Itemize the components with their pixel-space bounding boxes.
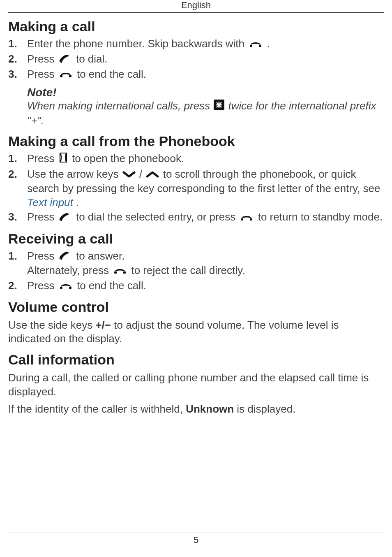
step-text: to dial the selected entry, or press xyxy=(76,211,239,223)
volume-keys: +/− xyxy=(95,319,111,331)
footer: 5 xyxy=(8,532,384,545)
list-item: 3. Press to end the call. xyxy=(8,67,384,82)
end-call-icon xyxy=(58,279,73,293)
note-text-part: When making international calls, press xyxy=(27,100,213,112)
call-icon xyxy=(58,250,72,264)
text-part: is displayed. xyxy=(237,403,295,415)
note-block: Note! When making international calls, p… xyxy=(27,86,384,128)
step-text: / xyxy=(139,168,145,180)
step-number: 2. xyxy=(8,279,27,293)
phonebook-steps: 1. Press to open the phonebook. 2. Use t… xyxy=(8,152,384,225)
svg-rect-1 xyxy=(259,45,261,47)
step-text: . xyxy=(267,37,270,50)
svg-rect-8 xyxy=(123,272,126,274)
step-text: Press xyxy=(27,68,58,80)
svg-rect-3 xyxy=(69,75,71,77)
svg-rect-9 xyxy=(60,287,62,289)
step-text: Press xyxy=(27,211,58,223)
step-text: to open the phonebook. xyxy=(72,152,184,165)
call-icon xyxy=(58,211,72,225)
page-number: 5 xyxy=(8,535,384,545)
heading-volume-control: Volume control xyxy=(8,299,384,315)
step-text: Enter the phone number. Skip backwards w… xyxy=(27,37,247,50)
svg-rect-5 xyxy=(241,218,243,220)
step-text: to end the call. xyxy=(77,279,146,292)
step-text: to answer. xyxy=(76,250,125,262)
svg-rect-7 xyxy=(114,272,117,274)
step-text: to return to standby mode. xyxy=(258,211,383,223)
making-call-steps: 1. Enter the phone number. Skip backward… xyxy=(8,37,384,82)
heading-receiving-call: Receiving a call xyxy=(8,231,384,247)
chevron-up-icon xyxy=(146,168,159,182)
svg-rect-2 xyxy=(60,75,62,77)
text-part: If the identity of the caller is withhel… xyxy=(8,403,186,415)
step-text: Use the arrow keys xyxy=(27,168,122,180)
step-text: Press xyxy=(27,53,58,65)
svg-rect-0 xyxy=(250,45,252,47)
text-input-link[interactable]: Text input xyxy=(27,196,73,209)
chevron-down-icon xyxy=(122,168,136,182)
step-number: 2. xyxy=(8,167,27,181)
unknown-label: Unknown xyxy=(186,403,234,415)
step-text: Press xyxy=(27,250,58,262)
end-call-icon xyxy=(113,264,127,278)
step-text: to end the call. xyxy=(77,68,146,80)
list-item: 2. Press to dial. xyxy=(8,52,384,67)
svg-rect-10 xyxy=(69,287,71,289)
step-number: 3. xyxy=(8,210,27,224)
step-number: 2. xyxy=(8,52,27,66)
step-number: 1. xyxy=(8,37,27,51)
step-number: 3. xyxy=(8,67,27,81)
step-number: 1. xyxy=(8,249,27,263)
callinfo-p2: If the identity of the caller is withhel… xyxy=(8,402,384,416)
callinfo-p1: During a call, the called or calling pho… xyxy=(8,371,384,399)
heading-making-a-call: Making a call xyxy=(8,19,384,35)
footer-rule xyxy=(8,532,384,532)
step-text: Press xyxy=(27,279,58,292)
step-text: . xyxy=(76,196,79,209)
list-item: 1. Enter the phone number. Skip backward… xyxy=(8,37,384,51)
end-call-icon xyxy=(239,211,254,225)
heading-call-information: Call information xyxy=(8,352,384,368)
step-text: to dial. xyxy=(76,53,108,65)
phonebook-icon xyxy=(58,152,68,167)
receiving-steps: 1. Press to answer. Alternately, press t… xyxy=(8,249,384,293)
step-number: 1. xyxy=(8,152,27,166)
note-heading: Note! xyxy=(27,86,384,99)
document-page: English Making a call 1. Enter the phone… xyxy=(0,0,392,557)
heading-phonebook-call: Making a call from the Phonebook xyxy=(8,133,384,149)
svg-rect-6 xyxy=(250,218,252,220)
note-text: When making international calls, press t… xyxy=(27,99,384,128)
list-item: 3. Press to dial the selected entry, or … xyxy=(8,210,384,225)
call-icon xyxy=(58,53,72,67)
list-item: 2. Use the arrow keys / to scroll throug… xyxy=(8,167,384,210)
step-text: Alternately, press xyxy=(27,264,112,276)
list-item: 1. Press to answer. Alternately, press t… xyxy=(8,249,384,278)
step-text: to reject the call directly. xyxy=(131,264,245,276)
step-text: Press xyxy=(27,152,58,165)
list-item: 1. Press to open the phonebook. xyxy=(8,152,384,167)
list-item: 2. Press to end the call. xyxy=(8,279,384,293)
end-call-icon xyxy=(248,37,263,51)
end-call-icon xyxy=(58,68,73,82)
volume-text: Use the side keys +/− to adjust the soun… xyxy=(8,318,384,346)
asterisk-key-icon xyxy=(214,100,224,114)
header-language: English xyxy=(8,0,384,11)
header-rule xyxy=(8,12,384,13)
text-part: Use the side keys xyxy=(8,319,95,331)
